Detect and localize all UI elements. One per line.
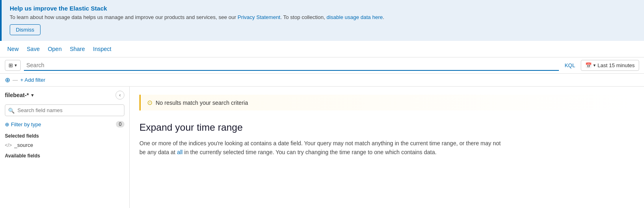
- no-results-banner: ⊙ No results match your search criteria: [139, 95, 634, 110]
- field-search-input[interactable]: [5, 104, 124, 116]
- all-link[interactable]: all: [177, 149, 183, 155]
- share-button[interactable]: Share: [69, 44, 86, 54]
- list-item: </> _source: [0, 140, 129, 150]
- calendar-chevron-icon: ▾: [593, 63, 596, 68]
- search-row: ⊞ ▾ KQL 📅 ▾ Last 15 minutes: [0, 57, 644, 74]
- privacy-statement-link[interactable]: Privacy Statement: [237, 14, 280, 20]
- sidebar-collapse-button[interactable]: ‹: [116, 91, 124, 100]
- open-button[interactable]: Open: [47, 44, 62, 54]
- calendar-icon: 📅: [585, 62, 592, 68]
- time-range-button[interactable]: 📅 ▾ Last 15 minutes: [581, 60, 639, 71]
- search-input-wrap: [24, 60, 559, 71]
- field-search-inner: 🔍: [5, 104, 124, 116]
- collapse-left-icon: ‹: [119, 92, 121, 98]
- selected-fields-label: Selected fields: [0, 130, 129, 140]
- time-range-label: Last 15 minutes: [597, 62, 635, 68]
- no-results-text: No results match your search criteria: [156, 100, 248, 106]
- inspect-button[interactable]: Inspect: [92, 44, 112, 54]
- add-filter-button[interactable]: + Add filter: [20, 77, 45, 83]
- filter-by-type-label: Filter by type: [11, 121, 41, 127]
- search-input[interactable]: [26, 62, 556, 68]
- expand-text: One or more of the indices you're lookin…: [139, 139, 504, 157]
- dismiss-button[interactable]: Dismiss: [10, 24, 41, 35]
- banner-text-end: .: [383, 14, 384, 20]
- toolbar: New Save Open Share Inspect: [0, 41, 644, 57]
- no-results-icon: ⊙: [147, 99, 152, 106]
- expand-title: Expand your time range: [139, 122, 634, 133]
- banner-text: To learn about how usage data helps us m…: [10, 14, 636, 20]
- filter-count-badge: 0: [116, 121, 124, 127]
- index-chevron-icon: ▾: [31, 93, 34, 98]
- filter-type-row: ⊕ Filter by type 0: [0, 119, 129, 130]
- available-fields-label: Available fields: [0, 150, 129, 160]
- sidebar-header: filebeat-* ▾ ‹: [0, 87, 129, 102]
- banner-title: Help us improve the Elastic Stack: [10, 5, 636, 12]
- filter-type-icon: ⊕: [5, 121, 9, 127]
- search-type-button[interactable]: ⊞ ▾: [5, 60, 21, 71]
- filter-icon-button[interactable]: ⊕: [5, 76, 10, 84]
- disable-usage-link[interactable]: disable usage data here: [327, 14, 383, 20]
- new-button[interactable]: New: [6, 44, 19, 54]
- help-banner: Help us improve the Elastic Stack To lea…: [0, 0, 644, 41]
- source-field-icon: </>: [5, 142, 12, 148]
- banner-text-after: . To stop collection,: [280, 14, 327, 20]
- field-search-wrap: 🔍: [0, 102, 129, 119]
- chevron-down-icon: ▾: [15, 63, 17, 68]
- filter-circle-icon: ⊕: [5, 76, 10, 84]
- save-button[interactable]: Save: [26, 44, 41, 54]
- sidebar: filebeat-* ▾ ‹ 🔍 ⊕ Filter by type 0 Sele…: [0, 87, 130, 208]
- source-field-name: _source: [14, 142, 33, 148]
- filter-row: ⊕ — + Add filter: [0, 74, 644, 87]
- main-layout: filebeat-* ▾ ‹ 🔍 ⊕ Filter by type 0 Sele…: [0, 87, 644, 208]
- search-type-icon: ⊞: [9, 62, 13, 68]
- kql-button[interactable]: KQL: [562, 61, 578, 70]
- filter-by-type-button[interactable]: ⊕ Filter by type: [5, 121, 41, 127]
- content-area: ⊙ No results match your search criteria …: [130, 87, 644, 208]
- index-pattern-name: filebeat-*: [5, 92, 29, 98]
- index-pattern-selector[interactable]: filebeat-* ▾: [5, 92, 34, 98]
- filter-dash: —: [13, 77, 18, 83]
- banner-text-before: To learn about how usage data helps us m…: [10, 14, 237, 20]
- field-search-icon: 🔍: [8, 107, 15, 113]
